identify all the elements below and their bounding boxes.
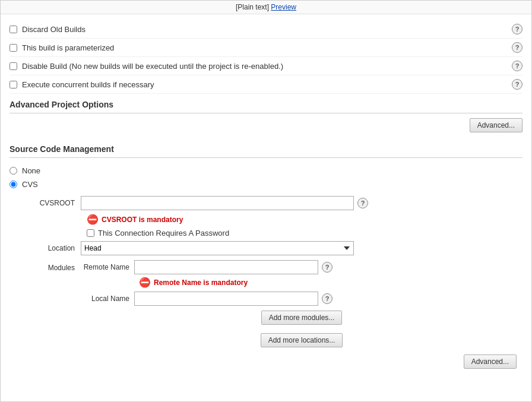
location-select[interactable]: Head Branch Tag [81, 241, 354, 255]
preview-link[interactable]: Preview [271, 3, 296, 11]
advanced-options-btn-row: Advanced... [10, 118, 522, 132]
parameterized-label: This build is parameterized [22, 43, 114, 52]
modules-inner: Remote Name ? ⛔ Remote Name is mandatory… [81, 260, 522, 330]
checkbox-row-concurrent-builds: Execute concurrent builds if necessary ? [10, 75, 522, 94]
concurrent-builds-checkbox[interactable] [10, 81, 17, 88]
remote-name-error-text: Remote Name is mandatory [154, 278, 248, 287]
add-modules-button[interactable]: Add more modules... [261, 311, 343, 325]
cvs-label: CVS [22, 180, 38, 189]
remote-name-error-row: ⛔ Remote Name is mandatory [139, 277, 522, 288]
location-label: Location [21, 244, 81, 252]
local-name-input[interactable] [134, 292, 318, 306]
page-container: [Plain text] Preview Discard Old Builds … [0, 0, 532, 402]
concurrent-builds-label: Execute concurrent builds if necessary [22, 80, 154, 89]
cvsroot-help-icon[interactable]: ? [357, 198, 368, 208]
remote-name-label: Remote Name [81, 263, 134, 271]
scm-title: Source Code Management [10, 138, 522, 158]
top-bar: [Plain text] Preview [1, 1, 531, 14]
parameterized-checkbox[interactable] [10, 44, 17, 52]
discard-old-builds-checkbox[interactable] [10, 26, 17, 33]
none-radio[interactable] [10, 167, 17, 175]
scm-section: Source Code Management None CVS CVSROOT … [10, 138, 522, 369]
location-row: Location Head Branch Tag [21, 241, 522, 255]
modules-label: Modules [21, 260, 81, 272]
cvsroot-input[interactable] [81, 196, 354, 210]
discard-old-builds-label: Discard Old Builds [22, 25, 86, 34]
cvsroot-label: CVSROOT [21, 199, 81, 207]
content-area: Discard Old Builds ? This build is param… [1, 14, 531, 375]
none-label: None [22, 166, 40, 175]
cvsroot-error-row: ⛔ CVSROOT is mandatory [87, 214, 522, 225]
cvs-radio[interactable] [10, 181, 17, 188]
plain-text-label: [Plain text] [236, 3, 269, 11]
add-modules-btn-row: Add more modules... [81, 311, 522, 325]
remote-name-error-icon: ⛔ [139, 277, 151, 288]
cvsroot-row: CVSROOT ? [21, 196, 522, 210]
local-name-label: Local Name [81, 295, 134, 303]
cvs-radio-row: CVS [10, 178, 522, 191]
advanced-project-options-title: Advanced Project Options [10, 94, 522, 113]
bottom-advanced-btn-row: Advanced... [21, 354, 522, 369]
parameterized-help-icon[interactable]: ? [512, 42, 522, 53]
advanced-project-options-button[interactable]: Advanced... [470, 118, 522, 132]
remote-name-help-icon[interactable]: ? [322, 262, 332, 273]
connection-password-row: This Connection Requires A Password [87, 229, 522, 238]
bottom-advanced-button[interactable]: Advanced... [464, 354, 517, 369]
cvsroot-error-text: CVSROOT is mandatory [102, 216, 183, 224]
local-name-help-icon[interactable]: ? [322, 293, 332, 304]
connection-password-label: This Connection Requires A Password [98, 229, 229, 238]
add-locations-btn-row: Add more locations... [81, 333, 522, 347]
remote-name-row: Remote Name ? [81, 260, 522, 274]
disable-build-help-icon[interactable]: ? [512, 61, 522, 71]
checkbox-row-disable-build: Disable Build (No new builds will be exe… [10, 57, 522, 75]
concurrent-builds-help-icon[interactable]: ? [512, 79, 522, 90]
none-radio-row: None [10, 164, 522, 178]
connection-password-checkbox[interactable] [87, 229, 94, 237]
checkbox-row-parameterized: This build is parameterized ? [10, 39, 522, 57]
local-name-row: Local Name ? [81, 292, 522, 306]
discard-old-builds-help-icon[interactable]: ? [512, 24, 522, 34]
disable-build-label: Disable Build (No new builds will be exe… [22, 62, 283, 71]
remote-name-input[interactable] [134, 260, 318, 274]
modules-section: Modules Remote Name ? ⛔ Remote Name is m… [21, 260, 522, 330]
cvsroot-error-icon: ⛔ [87, 214, 99, 225]
disable-build-checkbox[interactable] [10, 62, 17, 70]
checkbox-row-discard-old-builds: Discard Old Builds ? [10, 20, 522, 39]
add-locations-button[interactable]: Add more locations... [261, 333, 343, 347]
cvs-config: CVSROOT ? ⛔ CVSROOT is mandatory This Co… [21, 196, 522, 369]
